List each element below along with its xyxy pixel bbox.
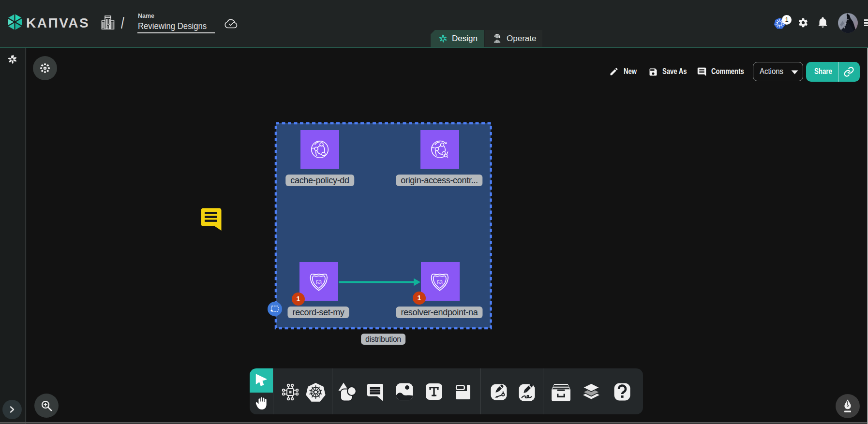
svg-text:53: 53 bbox=[316, 279, 322, 285]
svg-text:53: 53 bbox=[437, 279, 443, 285]
